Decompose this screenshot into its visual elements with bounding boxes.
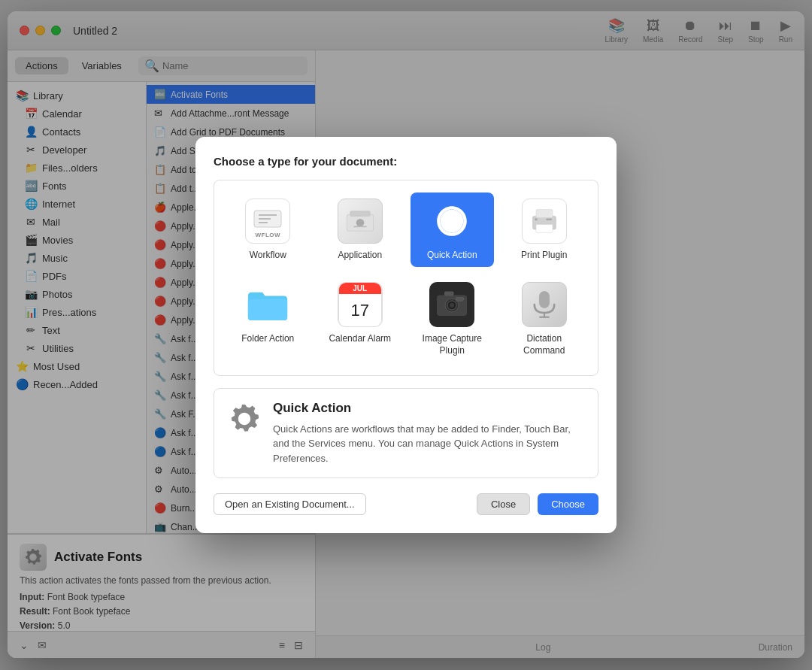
camera-svg (433, 286, 471, 323)
main-window: Untitled 2 📚 Library 🖼 Media ⏺ Record ⏭ … (8, 11, 804, 658)
workflow-icon: WFLOW (245, 199, 290, 244)
doctype-quick-action[interactable]: Quick Action (411, 193, 494, 268)
application-svg (344, 205, 377, 238)
image-capture-icon (429, 282, 474, 327)
gear-large-svg (226, 401, 262, 437)
close-button[interactable]: Close (477, 493, 530, 515)
image-capture-plugin-label: Image Capture Plugin (417, 333, 488, 356)
svg-rect-22 (539, 292, 549, 308)
print-plugin-icon (522, 199, 567, 244)
quick-action-svg (435, 205, 468, 238)
svg-rect-11 (546, 218, 552, 220)
doctype-image-capture-plugin[interactable]: Image Capture Plugin (411, 276, 494, 362)
svg-point-6 (356, 219, 364, 227)
workflow-label: Workflow (250, 250, 286, 262)
modal-desc-gear-icon (226, 401, 262, 437)
modal-desc-text: Quick Actions are workflows that may be … (273, 422, 586, 466)
dictation-command-label: Dictation Command (509, 333, 580, 356)
folder-svg (246, 285, 289, 324)
modal-buttons: Open an Existing Document... Close Choos… (214, 493, 598, 515)
svg-rect-19 (444, 292, 454, 296)
print-plugin-label: Print Plugin (521, 250, 567, 262)
doc-types-grid: WFLOW Workflow Application (214, 180, 598, 376)
doctype-print-plugin[interactable]: Print Plugin (503, 193, 586, 268)
doctype-application[interactable]: Application (319, 193, 402, 268)
doctype-calendar-alarm[interactable]: JUL 17 Calendar Alarm (319, 276, 402, 362)
svg-rect-7 (353, 226, 367, 227)
printer-svg (528, 205, 561, 238)
svg-point-12 (535, 218, 538, 221)
modal-right-buttons: Close Choose (477, 493, 598, 515)
svg-rect-13 (248, 299, 287, 320)
dictation-command-icon (522, 282, 567, 327)
calendar-alarm-icon: JUL 17 (338, 282, 383, 327)
calendar-day: 17 (339, 294, 381, 326)
modal-desc-content: Quick Action Quick Actions are workflows… (273, 401, 586, 466)
quick-action-label: Quick Action (427, 250, 477, 262)
folder-action-icon (245, 282, 290, 327)
doctype-workflow[interactable]: WFLOW Workflow (226, 193, 310, 268)
svg-rect-21 (456, 297, 463, 302)
modal-title: Choose a type for your document: (214, 155, 598, 168)
svg-point-18 (450, 303, 454, 308)
workflow-svg (253, 209, 283, 232)
application-icon (338, 199, 383, 244)
svg-rect-9 (536, 209, 553, 217)
doctype-dictation-command[interactable]: Dictation Command (503, 276, 586, 362)
svg-rect-10 (536, 224, 553, 232)
choose-button[interactable]: Choose (538, 493, 598, 515)
modal-dialog: Choose a type for your document: WFLOW (195, 137, 617, 533)
modal-desc-title: Quick Action (273, 401, 586, 416)
open-existing-document-button[interactable]: Open an Existing Document... (214, 493, 366, 515)
calendar-alarm-label: Calendar Alarm (329, 333, 391, 345)
modal-overlay: Choose a type for your document: WFLOW (8, 11, 804, 658)
application-label: Application (338, 250, 382, 262)
quick-action-icon (429, 199, 474, 244)
mic-svg (528, 288, 561, 321)
calendar-month: JUL (339, 283, 381, 294)
svg-rect-5 (350, 211, 370, 217)
modal-description-box: Quick Action Quick Actions are workflows… (214, 388, 598, 479)
folder-action-label: Folder Action (241, 333, 294, 345)
doctype-folder-action[interactable]: Folder Action (226, 276, 310, 362)
